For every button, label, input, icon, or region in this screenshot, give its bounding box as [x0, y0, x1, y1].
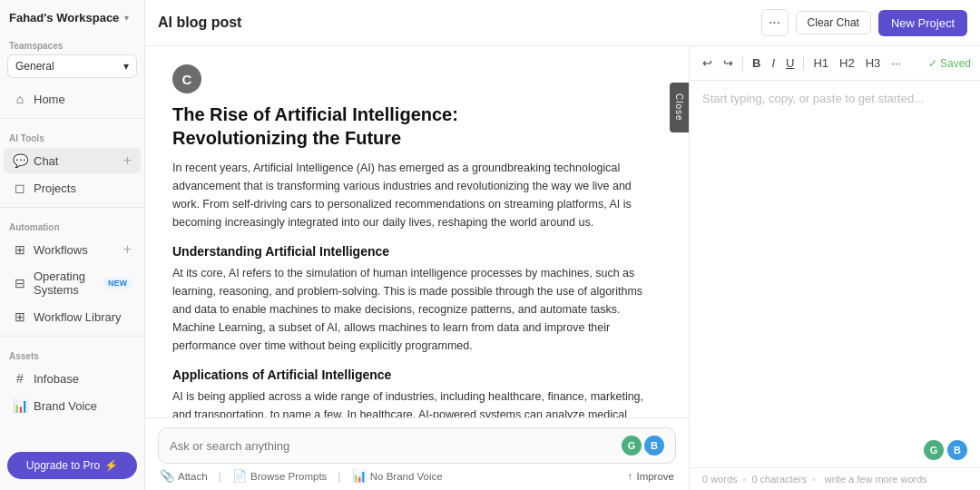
attach-label: Attach	[178, 471, 208, 482]
word-count: 0 words	[702, 474, 738, 485]
upgrade-label: Upgrade to Pro	[26, 459, 100, 472]
lightning-icon: ⚡	[104, 459, 118, 472]
undo-button[interactable]: ↩	[699, 54, 716, 73]
improve-label: Improve	[636, 471, 674, 482]
saved-indicator: ✓ Saved	[928, 57, 971, 70]
doc-title: The Rise of Artificial Intelligence: Rev…	[172, 103, 662, 150]
add-chat-icon[interactable]: +	[123, 153, 132, 168]
home-icon: ⌂	[13, 92, 27, 106]
h1-button[interactable]: H1	[809, 54, 832, 73]
browse-prompts-button[interactable]: 📄 Browse Prompts	[232, 469, 327, 483]
chat-input-bar: G B 📎 Attach | 📄 Browse Prompts |	[145, 417, 689, 490]
sidebar-item-projects-label: Projects	[34, 181, 76, 195]
more-options-button[interactable]: ···	[761, 9, 789, 36]
sidebar-item-workflows[interactable]: ⊞ Workflows +	[4, 237, 141, 262]
improve-button[interactable]: ↑ Improve	[628, 471, 674, 482]
doc-area: C The Rise of Artificial Intelligence: R…	[145, 46, 690, 490]
sidebar-item-chat-label: Chat	[34, 154, 58, 168]
workspace-header[interactable]: Fahad's Workspace ▾	[0, 0, 144, 32]
attach-button[interactable]: 📎 Attach	[160, 469, 208, 483]
automation-label: Automation	[0, 213, 144, 236]
infobase-icon: #	[13, 371, 27, 386]
sidebar-item-bv-label: Brand Voice	[34, 399, 97, 413]
section1-title: Understanding Artificial Intelligence	[172, 244, 662, 259]
toolbar-sep-1	[742, 56, 743, 71]
editor-hint: write a few more words	[825, 474, 927, 485]
editor-panel: ↩ ↪ B I U H1 H2 H3 ··· ✓ Saved Start typ…	[690, 46, 980, 490]
teamspace-select-wrap: General ▾	[0, 54, 144, 85]
sep2: |	[338, 469, 340, 483]
main-header: AI blog post ··· Clear Chat New Project	[145, 0, 980, 46]
sidebar-item-home-label: Home	[34, 93, 65, 106]
add-workflow-icon[interactable]: +	[123, 242, 132, 257]
input-avatar-group: G B	[622, 436, 664, 456]
close-tab-label: Close	[674, 93, 684, 122]
italic-button[interactable]: I	[768, 54, 779, 73]
sidebar-item-home[interactable]: ⌂ Home	[4, 86, 141, 112]
editor-footer: 0 words • 0 characters • write a few mor…	[690, 467, 980, 490]
header-actions: ··· Clear Chat New Project	[761, 9, 967, 36]
sidebar-divider-3	[0, 336, 144, 337]
no-brand-voice-label: No Brand Voice	[370, 471, 443, 482]
avatar: C	[172, 64, 201, 93]
chevron-icon: ▾	[123, 60, 129, 73]
sidebar-item-operating-systems[interactable]: ⊟ Operating Systems NEW	[4, 264, 141, 302]
toolbar-sep-2	[803, 56, 804, 71]
char-count: 0 characters	[751, 474, 807, 485]
brand-voice-icon: 📊	[13, 398, 27, 413]
chevron-down-icon: ▾	[124, 13, 129, 23]
new-project-button[interactable]: New Project	[878, 10, 967, 36]
section2-body: AI is being applied across a wide range …	[172, 387, 662, 417]
browse-icon: 📄	[232, 469, 247, 483]
clear-chat-button[interactable]: Clear Chat	[796, 11, 871, 34]
brand-voice-button[interactable]: 📊 No Brand Voice	[352, 469, 443, 483]
doc-title-line2: Revolutionizing the Future	[172, 128, 401, 148]
workspace-name: Fahad's Workspace	[9, 11, 119, 24]
ai-tools-label: AI Tools	[0, 124, 144, 147]
underline-button[interactable]: U	[782, 54, 798, 73]
sidebar-item-os-label: Operating Systems	[34, 270, 93, 297]
upgrade-button[interactable]: Upgrade to Pro ⚡	[7, 452, 137, 479]
h2-button[interactable]: H2	[836, 54, 858, 73]
saved-label: Saved	[940, 57, 971, 70]
browse-prompts-label: Browse Prompts	[250, 471, 327, 482]
editor-avatar-blue: B	[947, 440, 967, 460]
close-tab-button[interactable]: Close	[670, 83, 689, 132]
chat-input-row: G B	[158, 427, 676, 464]
sep1: |	[219, 469, 221, 483]
doc-intro: In recent years, Artificial Intelligence…	[172, 159, 662, 231]
attach-icon: 📎	[160, 469, 174, 483]
avatar-blue: B	[644, 436, 664, 456]
bold-button[interactable]: B	[749, 54, 764, 73]
content-area: C The Rise of Artificial Intelligence: R…	[145, 46, 980, 490]
chat-actions-row: 📎 Attach | 📄 Browse Prompts | 📊 No Brand…	[158, 464, 676, 483]
improve-arrow-icon: ↑	[628, 471, 633, 482]
teamspace-value: General	[15, 60, 54, 73]
chat-input[interactable]	[170, 439, 614, 453]
editor-body[interactable]: Start typing, copy, or paste to get star…	[690, 81, 980, 433]
teamspace-select[interactable]: General ▾	[7, 54, 137, 78]
redo-button[interactable]: ↪	[720, 54, 737, 73]
chat-icon: 💬	[13, 153, 27, 168]
doc-title-line1: The Rise of Artificial Intelligence:	[172, 104, 458, 124]
new-badge: NEW	[103, 278, 132, 289]
h3-button[interactable]: H3	[862, 54, 885, 73]
sidebar-item-brand-voice[interactable]: 📊 Brand Voice	[4, 393, 141, 418]
sidebar: Fahad's Workspace ▾ Teamspaces General ▾…	[0, 0, 145, 490]
editor-avatar-green: G	[924, 440, 944, 460]
sidebar-divider-2	[0, 207, 144, 208]
sidebar-item-chat[interactable]: 💬 Chat +	[4, 148, 141, 173]
brand-voice-select-icon: 📊	[352, 469, 367, 483]
stat-sep-1: •	[743, 474, 747, 485]
sidebar-item-projects[interactable]: ◻ Projects	[4, 175, 141, 201]
page-title: AI blog post	[158, 15, 754, 31]
sidebar-item-infobase[interactable]: # Infobase	[4, 366, 141, 391]
stat-sep-2: •	[812, 474, 816, 485]
more-toolbar-button[interactable]: ···	[887, 54, 905, 73]
sidebar-item-workflow-library[interactable]: ⊞ Workflow Library	[4, 304, 141, 329]
editor-placeholder: Start typing, copy, or paste to get star…	[702, 92, 924, 105]
sidebar-divider-1	[0, 118, 144, 119]
sidebar-item-wl-label: Workflow Library	[34, 310, 122, 324]
library-icon: ⊞	[13, 309, 27, 324]
doc-scroll: C The Rise of Artificial Intelligence: R…	[145, 46, 689, 417]
